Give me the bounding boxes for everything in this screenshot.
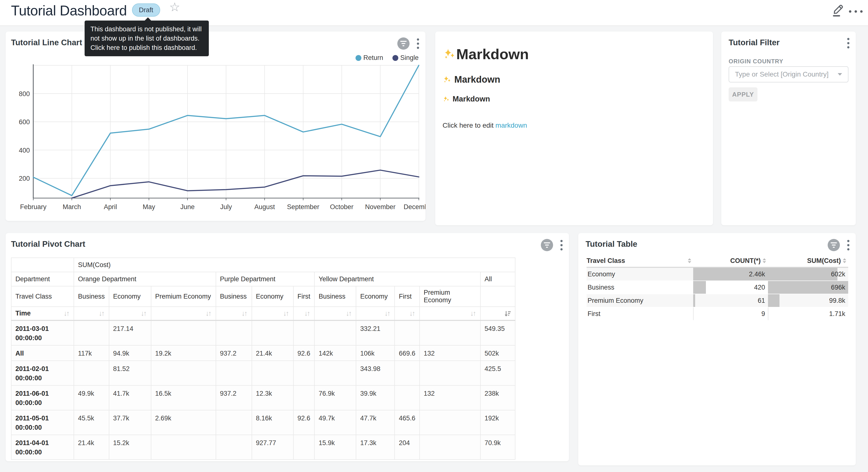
pivot-row-label: 2011-04-01 00:00:00	[11, 435, 74, 460]
svg-text:200: 200	[19, 175, 30, 182]
pivot-group-header: Orange Department	[74, 272, 216, 286]
pivot-value-cell	[314, 361, 356, 385]
sort-carets-icon[interactable]	[763, 258, 766, 263]
table-row: First91.71k	[587, 307, 848, 321]
pivot-value-cell: 332.21	[356, 320, 395, 345]
sort-arrows-icon[interactable]: ↓↑	[284, 309, 289, 318]
pivot-sort-cell: ↓↑	[293, 307, 315, 320]
svg-text:October: October	[330, 203, 353, 211]
travel-class-cell: Economy	[587, 268, 693, 281]
sort-arrows-icon[interactable]: ↓↑	[410, 309, 415, 318]
cell-bar	[693, 307, 693, 320]
dashboard-more-menu-button[interactable]	[849, 10, 863, 13]
svg-text:800: 800	[19, 90, 30, 97]
pivot-column-header: Economy	[109, 286, 151, 307]
cell-bar	[768, 268, 837, 281]
pivot-value-cell: 16.5k	[151, 385, 216, 410]
pivot-value-cell: 45.5k	[74, 410, 109, 435]
sort-arrows-icon[interactable]: ↓↑	[207, 309, 212, 318]
pivot-sort-cell: ↓↑	[109, 307, 151, 320]
pivot-sort-cell: ↓↑	[216, 307, 252, 320]
origin-country-label: ORIGIN COUNTRY	[728, 58, 783, 65]
pivot-value-cell: 549.35	[480, 320, 515, 345]
pivot-chart-title: Tutorial Pivot Chart	[11, 239, 85, 249]
legend-item-single[interactable]: Single	[393, 54, 418, 62]
sort-arrows-icon[interactable]: ↓↑	[142, 309, 147, 318]
pivot-value-cell: 204	[395, 435, 420, 460]
origin-country-select[interactable]: Type or Select [Origin Country]	[728, 66, 848, 82]
pivot-value-cell: 217.14	[109, 320, 151, 345]
pivot-col-dimension-label: Travel Class	[11, 286, 74, 307]
legend-dot	[355, 55, 361, 61]
sort-arrows-icon[interactable]: ↓↑	[305, 309, 310, 318]
kebab-menu-icon[interactable]	[846, 37, 850, 49]
sparkles-icon	[442, 75, 452, 84]
metric-cell: 420	[693, 281, 768, 294]
edit-markdown-link[interactable]: markdown	[495, 122, 527, 129]
table-column-header[interactable]: Travel Class	[587, 257, 693, 265]
draft-status-badge[interactable]: Draft	[132, 3, 160, 17]
svg-text:April: April	[104, 203, 117, 211]
apply-filter-button[interactable]: APPLY	[728, 87, 757, 101]
pivot-row-label: 2011-03-01 00:00:00	[11, 320, 74, 345]
pivot-value-cell: 70.9k	[480, 435, 515, 460]
svg-text:600: 600	[19, 118, 30, 126]
pivot-sort-cell: ↓↑	[420, 307, 480, 320]
pivot-column-header: Business	[314, 286, 356, 307]
sort-arrows-icon[interactable]: ↓↑	[347, 309, 352, 318]
legend-item-return[interactable]: Return	[355, 54, 383, 62]
kebab-menu-icon[interactable]	[559, 239, 564, 251]
pivot-value-cell	[216, 435, 252, 460]
filter-funnel-icon[interactable]	[541, 239, 553, 251]
legend-label: Return	[363, 54, 383, 62]
pivot-value-cell	[151, 361, 216, 385]
cell-value: 420	[754, 281, 765, 294]
pivot-value-cell	[395, 320, 420, 345]
table-column-header[interactable]: COUNT(*)	[693, 257, 768, 265]
markdown-h2: Markdown	[442, 75, 706, 85]
svg-text:December: December	[404, 203, 426, 211]
pivot-value-cell: 49.7k	[314, 410, 356, 435]
metric-cell: 696k	[768, 281, 848, 294]
pivot-time-label: Time	[16, 309, 31, 317]
pivot-column-header: First	[395, 286, 420, 307]
sort-arrows-icon[interactable]: ↓↑	[243, 309, 248, 318]
svg-text:June: June	[181, 203, 195, 211]
pivot-value-cell: 21.4k	[252, 345, 293, 361]
table-column-header[interactable]: SUM(Cost)	[768, 257, 848, 265]
pivot-column-header: Premium Economy	[420, 286, 480, 307]
pivot-value-cell	[151, 435, 216, 460]
table-row: Economy2.46k602k	[587, 268, 848, 281]
pivot-sort-cell: ↓↑	[252, 307, 293, 320]
pivot-sort-cell: ↓↑	[356, 307, 395, 320]
kebab-menu-icon[interactable]	[846, 239, 850, 251]
pivot-value-cell	[420, 320, 480, 345]
table-card: Tutorial Table Travel ClassCOUNT(*)SUM(C…	[578, 233, 856, 465]
favorite-star-icon[interactable]: ☆	[169, 1, 180, 13]
line-chart-card: Tutorial Line Chart 200400600800February…	[6, 32, 426, 221]
filter-funnel-icon[interactable]	[828, 239, 840, 251]
cell-value: 61	[758, 294, 765, 307]
cell-value: 602k	[831, 268, 845, 281]
metric-cell: 61	[693, 294, 768, 307]
sort-arrows-icon[interactable]: ↓↑	[65, 309, 70, 318]
edit-dashboard-button[interactable]	[831, 2, 845, 18]
travel-class-cell: Premium Economy	[587, 294, 693, 307]
pivot-sort-cell: ↓↑	[395, 307, 420, 320]
cell-bar	[768, 307, 768, 320]
svg-text:September: September	[287, 203, 319, 211]
sort-arrows-icon[interactable]: ↓↑	[100, 309, 105, 318]
edit-pencil-icon	[831, 2, 845, 18]
cell-value: 99.8k	[829, 294, 845, 307]
sort-arrows-icon[interactable]: ↓↑	[385, 309, 391, 318]
pivot-row-label: 2011-02-01 00:00:00	[11, 361, 74, 385]
cell-value: 9	[762, 307, 765, 320]
markdown-h3: Markdown	[442, 95, 706, 104]
metric-cell: 1.71k	[768, 307, 848, 320]
sort-carets-icon[interactable]	[688, 258, 691, 263]
sort-arrows-icon[interactable]: ↓↑	[471, 309, 476, 318]
sort-carets-icon[interactable]	[843, 258, 846, 263]
svg-text:March: March	[63, 203, 81, 211]
pivot-value-cell	[293, 385, 315, 410]
sort-descending-icon[interactable]	[504, 310, 511, 317]
